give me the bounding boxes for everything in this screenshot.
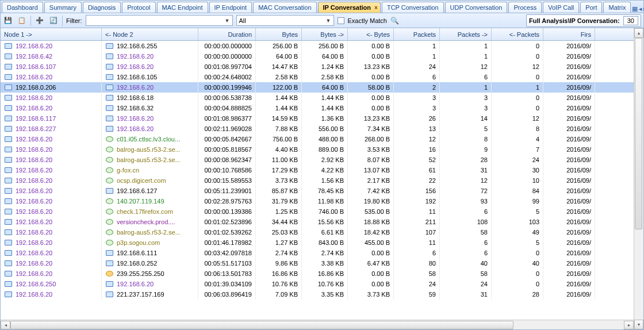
horizontal-scrollbar[interactable]: ◂ ▸ xyxy=(1,320,634,329)
scroll-track[interactable] xyxy=(634,38,643,320)
cell: 5 xyxy=(492,206,543,217)
status-count: 30 xyxy=(623,16,638,25)
table-row[interactable]: 192.168.0.206192.168.6.2000:00:00.199946… xyxy=(1,82,634,93)
tab-ip-conversation[interactable]: IP Conversation× xyxy=(318,2,381,13)
column-header[interactable]: Bytes -> xyxy=(302,28,348,40)
cell: 26 xyxy=(394,113,440,124)
cell: 0.00 B xyxy=(348,41,394,51)
column-header[interactable]: Bytes xyxy=(256,28,302,40)
refresh-icon[interactable]: 🔄 xyxy=(48,16,59,26)
tab-dashboard[interactable]: Dashboard xyxy=(2,2,43,13)
table-row[interactable]: 192.168.6.20192.168.6.1800:00:06.5387381… xyxy=(1,93,634,103)
cell: 6 xyxy=(440,248,492,258)
cell: 0 xyxy=(492,248,543,258)
table-row[interactable]: 192.168.6.20192.168.6.10500:00:24.648002… xyxy=(1,72,634,82)
table-row[interactable]: 192.168.6.20versioncheck.prod....00:01:0… xyxy=(1,217,634,227)
tab-mac-endpoint[interactable]: MAC Endpoint xyxy=(157,2,208,13)
cell: 2016/09/ xyxy=(543,237,595,248)
cell: 72 xyxy=(440,186,492,196)
tab-process[interactable]: Process xyxy=(508,2,542,13)
table-row[interactable]: 192.168.6.20ocsp.digicert.com00:00:15.58… xyxy=(1,175,634,186)
gear-icon[interactable]: ▦ xyxy=(632,5,638,13)
column-header[interactable]: Firs xyxy=(543,28,595,40)
cell: 00:00:00.139386 xyxy=(198,206,256,217)
cell: 2016/09/ xyxy=(543,258,595,268)
search-icon[interactable]: 🔍 xyxy=(390,17,399,25)
tab-diagnosis[interactable]: Diagnosis xyxy=(83,2,121,13)
table-row[interactable]: 192.168.6.20p3p.sogou.com00:01:46.178982… xyxy=(1,237,634,248)
tab-prev-icon[interactable]: ◂ xyxy=(639,5,642,13)
table-row[interactable]: 192.168.6.20192.168.6.25500:00:00.000000… xyxy=(1,41,634,51)
table-row[interactable]: 192.168.6.20balrog-aus5.r53-2.se...00:00… xyxy=(1,155,634,165)
table-row[interactable]: 192.168.6.20192.168.6.12700:05:11.239901… xyxy=(1,186,634,196)
column-header[interactable]: <- Node 2 xyxy=(102,28,198,40)
tab-udp-conversation[interactable]: UDP Conversation xyxy=(445,2,508,13)
node-icon xyxy=(4,281,13,287)
scroll-up-icon[interactable]: ▴ xyxy=(634,28,643,38)
column-header[interactable]: Packets xyxy=(394,28,440,40)
cell: 2016/09/ xyxy=(543,155,595,165)
scroll-track[interactable] xyxy=(10,321,624,329)
tab-port[interactable]: Port xyxy=(580,2,602,13)
scroll-right-icon[interactable]: ▸ xyxy=(624,321,634,329)
cell: 746.00 B xyxy=(302,206,348,217)
filter-combo[interactable]: ▼ xyxy=(86,15,233,26)
scope-combo[interactable]: All ▼ xyxy=(236,15,334,26)
add-filter-icon[interactable]: ➕ xyxy=(34,16,45,26)
column-header[interactable]: Node 1 -> xyxy=(1,28,102,40)
vertical-scrollbar[interactable]: ▴ ▾ xyxy=(634,28,643,329)
close-icon[interactable]: × xyxy=(374,5,378,11)
cell: 00:00:04.888825 xyxy=(198,103,256,113)
table-row[interactable]: 192.168.6.42192.168.6.2000:00:00.0000006… xyxy=(1,51,634,62)
table-row[interactable]: 192.168.6.20140.207.119.14900:02:28.9757… xyxy=(1,196,634,206)
scroll-left-icon[interactable]: ◂ xyxy=(1,321,10,329)
column-header[interactable]: <- Bytes xyxy=(348,28,394,40)
table-row[interactable]: 192.168.6.107192.168.6.2000:01:08.997704… xyxy=(1,62,634,72)
column-header[interactable]: Duration xyxy=(198,28,256,40)
tab-ip-endpoint[interactable]: IP Endpoint xyxy=(209,2,252,13)
tab-tcp-conversation[interactable]: TCP Conversation xyxy=(382,2,444,13)
scroll-thumb[interactable] xyxy=(10,321,513,329)
node-icon xyxy=(4,94,13,101)
node-icon xyxy=(4,53,13,60)
column-header[interactable]: <- Packets xyxy=(492,28,543,40)
table-row[interactable]: 192.168.6.20239.255.255.25000:06:13.5017… xyxy=(1,268,634,279)
cell: 28 xyxy=(440,155,492,165)
scroll-down-icon[interactable]: ▾ xyxy=(634,320,643,329)
tab-protocol[interactable]: Protocol xyxy=(122,2,155,13)
save-icon[interactable]: 💾 xyxy=(3,16,13,26)
table-row[interactable]: 192.168.6.20221.237.157.16900:06:03.8964… xyxy=(1,289,634,300)
column-header[interactable]: Packets -> xyxy=(440,28,492,40)
cell: 7.88 KB xyxy=(256,124,302,134)
tab-voip-call[interactable]: VoIP Call xyxy=(543,2,579,13)
cell: 1.44 KB xyxy=(256,93,302,103)
cell: 192.168.6.20 xyxy=(1,165,102,175)
chevron-down-icon: ▼ xyxy=(224,18,231,24)
scroll-thumb[interactable] xyxy=(635,38,642,229)
table-row[interactable]: 192.168.6.20balrog-aus5.r53-2.se...00:01… xyxy=(1,227,634,237)
cell: 0.00 B xyxy=(348,268,394,279)
cell: 0.00 B xyxy=(348,93,394,103)
cell: 3.35 KB xyxy=(302,289,348,300)
tab-mac-conversation[interactable]: MAC Conversation xyxy=(253,2,316,13)
table-row[interactable]: 192.168.6.20check.17firefox.com00:00:00.… xyxy=(1,206,634,217)
table-row[interactable]: 192.168.6.20192.168.0.25200:05:51.517103… xyxy=(1,258,634,268)
cell: 12 xyxy=(394,134,440,144)
table-row[interactable]: 192.168.6.20c01.i05.ctlsc.lv3.clou...00:… xyxy=(1,134,634,144)
cell: 00:01:02.539262 xyxy=(198,227,256,237)
tab-summary[interactable]: Summary xyxy=(44,2,82,13)
cell: 1 xyxy=(440,82,492,93)
node-icon xyxy=(4,167,13,174)
table-row[interactable]: 192.168.6.20g-fox.cn00:00:10.76858617.29… xyxy=(1,165,634,175)
cell: 11.98 KB xyxy=(302,196,348,206)
exact-match-checkbox[interactable] xyxy=(338,17,344,24)
table-row[interactable]: 192.168.6.20192.168.6.3200:00:04.8888251… xyxy=(1,103,634,113)
table-row[interactable]: 192.168.6.227192.168.6.2000:02:11.969028… xyxy=(1,124,634,134)
table-row[interactable]: 192.168.6.20192.168.6.11100:03:42.097818… xyxy=(1,248,634,258)
export-icon[interactable]: 📋 xyxy=(17,16,27,26)
table-row[interactable]: 192.168.6.250192.168.6.2000:01:39.034109… xyxy=(1,279,634,289)
table-row[interactable]: 192.168.6.117192.168.6.2000:01:08.986377… xyxy=(1,113,634,124)
cell: 268.00 B xyxy=(348,134,394,144)
tab-matrix[interactable]: Matrix xyxy=(603,2,631,13)
table-row[interactable]: 192.168.6.20balrog-aus5.r53-2.se...00:00… xyxy=(1,144,634,155)
